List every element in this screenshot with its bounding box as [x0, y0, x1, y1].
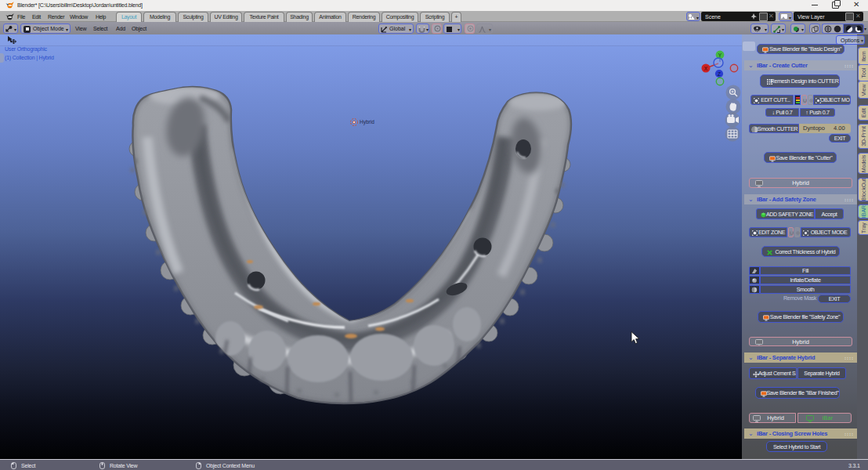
svg-text:X: X [704, 66, 708, 71]
svg-text:Y: Y [718, 52, 722, 58]
svg-text:Z: Z [718, 71, 721, 77]
